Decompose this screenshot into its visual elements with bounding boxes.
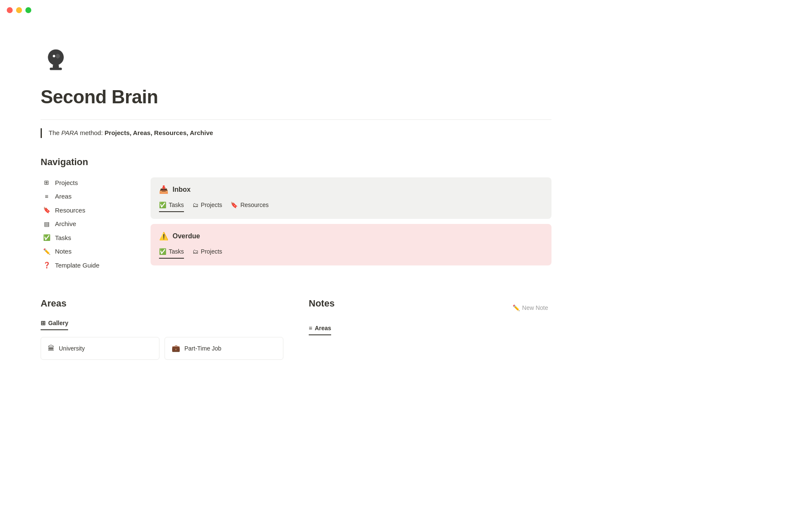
gallery-card-parttime[interactable]: 💼 Part-Time Job	[165, 337, 283, 360]
areas-tabs: ⊞ Gallery	[41, 319, 283, 330]
quote-italic: PARA	[61, 129, 78, 136]
bottom-sections: Areas ⊞ Gallery 🏛 University 💼 Part-Time…	[41, 296, 551, 360]
inbox-tab-projects-label: Projects	[201, 201, 222, 210]
minimize-button[interactable]	[16, 7, 22, 13]
overdue-card-header: ⚠️ Overdue	[159, 231, 543, 242]
inbox-icon: 📥	[159, 184, 168, 196]
inbox-tab-tasks[interactable]: ✅ Tasks	[159, 201, 184, 212]
nav-item-notes[interactable]: ✏️ Notes	[41, 246, 134, 257]
nav-item-projects[interactable]: ⊞ Projects	[41, 177, 134, 189]
inbox-tab-resources-label: Resources	[240, 201, 269, 210]
navigation-heading: Navigation	[41, 155, 551, 169]
titlebar	[0, 0, 812, 20]
overdue-icon: ⚠️	[159, 231, 168, 242]
notes-icon: ✏️	[42, 247, 51, 256]
svg-point-0	[48, 50, 63, 65]
tasks-icon: ✅	[42, 233, 51, 242]
inbox-card-header: 📥 Inbox	[159, 184, 543, 196]
notes-tab-areas[interactable]: ≡ Areas	[309, 324, 331, 335]
nav-item-archive[interactable]: ▤ Archive	[41, 218, 134, 230]
inbox-tab-projects[interactable]: 🗂 Projects	[192, 201, 222, 212]
resources-icon: 🔖	[42, 206, 51, 215]
gallery-tab-label: Gallery	[48, 319, 68, 328]
overdue-title: Overdue	[173, 231, 200, 241]
overdue-tab-projects-label: Projects	[201, 247, 222, 256]
notes-section: Notes ✏️ New Note ≡ Areas	[309, 296, 551, 337]
nav-item-template-guide[interactable]: ❓ Template Guide	[41, 260, 134, 271]
quote-bold: Projects, Areas, Resources, Archive	[104, 129, 213, 136]
nav-label-areas: Areas	[55, 192, 71, 202]
inbox-tab-tasks-label: Tasks	[169, 201, 184, 210]
new-note-icon: ✏️	[513, 304, 520, 311]
navigation-section: ⊞ Projects ≡ Areas 🔖 Resources ▤ Archive…	[41, 177, 551, 271]
gallery-tab-icon: ⊞	[41, 319, 46, 328]
overdue-tabs: ✅ Tasks 🗂 Projects	[159, 247, 543, 259]
svg-rect-2	[50, 68, 62, 70]
page-title: Second Brain	[41, 83, 551, 111]
inbox-card: 📥 Inbox ✅ Tasks 🗂 Projects 🔖 Resources	[151, 177, 551, 219]
overdue-card: ⚠️ Overdue ✅ Tasks 🗂 Projects	[151, 224, 551, 265]
inbox-tab-tasks-icon: ✅	[159, 201, 166, 210]
nav-item-areas[interactable]: ≡ Areas	[41, 191, 134, 202]
notes-tabs: ≡ Areas	[309, 324, 551, 335]
overdue-tab-tasks-label: Tasks	[169, 247, 184, 256]
quote-block: The PARA method: Projects, Areas, Resour…	[41, 128, 551, 138]
projects-icon: ⊞	[42, 178, 51, 187]
nav-list: ⊞ Projects ≡ Areas 🔖 Resources ▤ Archive…	[41, 177, 134, 271]
new-note-button[interactable]: ✏️ New Note	[509, 303, 551, 313]
quote-prefix: The	[49, 129, 61, 136]
maximize-button[interactable]	[25, 7, 31, 13]
template-guide-icon: ❓	[42, 261, 51, 270]
nav-label-notes: Notes	[55, 247, 71, 257]
nav-item-resources[interactable]: 🔖 Resources	[41, 205, 134, 216]
gallery-card-university[interactable]: 🏛 University	[41, 337, 159, 360]
nav-label-resources: Resources	[55, 206, 85, 215]
inbox-tab-projects-icon: 🗂	[192, 201, 198, 210]
main-content: Second Brain The PARA method: Projects, …	[0, 20, 592, 385]
archive-icon: ▤	[42, 220, 51, 229]
areas-icon: ≡	[42, 192, 51, 201]
inbox-title: Inbox	[173, 185, 191, 195]
quote-middle: method:	[78, 129, 105, 136]
new-note-label: New Note	[522, 304, 548, 311]
notes-tab-areas-label: Areas	[315, 324, 331, 333]
areas-tab-gallery[interactable]: ⊞ Gallery	[41, 319, 68, 330]
briefcase-icon: 💼	[172, 343, 180, 353]
page-icon	[41, 46, 551, 76]
university-icon: 🏛	[48, 343, 55, 353]
areas-section: Areas ⊞ Gallery 🏛 University 💼 Part-Time…	[41, 296, 283, 360]
areas-heading: Areas	[41, 296, 283, 310]
nav-label-projects: Projects	[55, 178, 78, 188]
close-button[interactable]	[7, 7, 13, 13]
inbox-tab-resources[interactable]: 🔖 Resources	[230, 201, 269, 212]
inbox-tabs: ✅ Tasks 🗂 Projects 🔖 Resources	[159, 201, 543, 212]
inbox-tab-resources-icon: 🔖	[230, 201, 238, 210]
overdue-tab-projects[interactable]: 🗂 Projects	[192, 247, 222, 259]
notes-tab-areas-icon: ≡	[309, 324, 312, 333]
overdue-tab-tasks[interactable]: ✅ Tasks	[159, 247, 184, 259]
gallery-card-parttime-label: Part-Time Job	[184, 344, 221, 353]
gallery-card-university-label: University	[59, 344, 85, 353]
notes-header: Notes ✏️ New Note	[309, 296, 551, 319]
notes-heading: Notes	[309, 296, 335, 310]
title-divider	[41, 119, 551, 120]
nav-label-archive: Archive	[55, 219, 76, 229]
nav-label-tasks: Tasks	[55, 233, 71, 243]
areas-gallery-grid: 🏛 University 💼 Part-Time Job	[41, 337, 283, 360]
svg-point-3	[53, 55, 55, 58]
overdue-tab-projects-icon: 🗂	[192, 247, 198, 256]
cards-area: 📥 Inbox ✅ Tasks 🗂 Projects 🔖 Resources	[151, 177, 551, 265]
nav-item-tasks[interactable]: ✅ Tasks	[41, 232, 134, 244]
nav-label-template-guide: Template Guide	[55, 261, 99, 271]
overdue-tab-tasks-icon: ✅	[159, 247, 166, 256]
